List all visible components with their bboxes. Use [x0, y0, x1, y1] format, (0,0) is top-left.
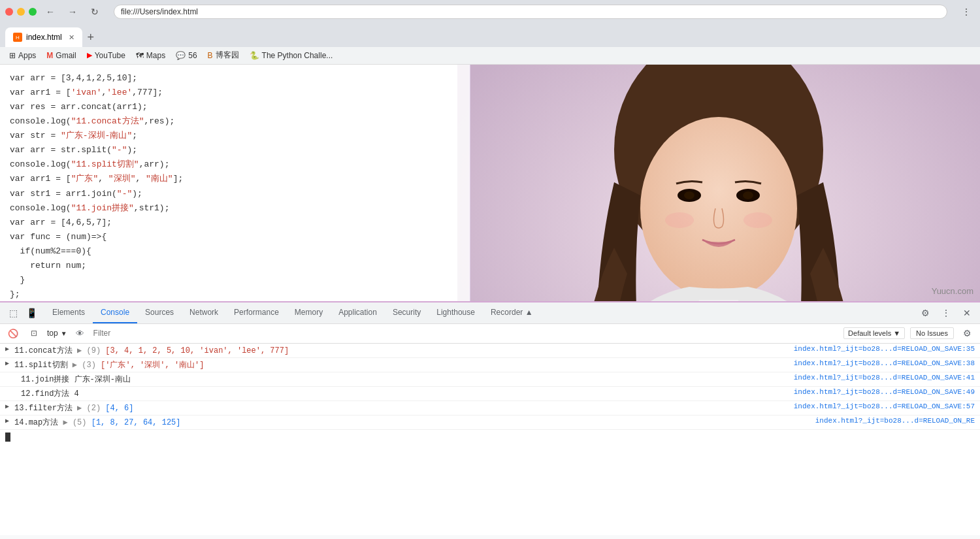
- bookmark-youtube[interactable]: ▶ YouTube: [83, 50, 129, 61]
- close-devtools-icon[interactable]: ✕: [959, 305, 975, 321]
- tab-sources[interactable]: Sources: [137, 302, 182, 323]
- console-row-content-4: 12.find方法 4: [21, 388, 794, 399]
- apps-label: Apps: [18, 51, 36, 60]
- row-prefix-2: 11.split切割: [14, 361, 73, 370]
- bookmark-messenger[interactable]: 💬 56: [172, 50, 201, 61]
- row-expand-caret-6[interactable]: ▶: [63, 418, 67, 427]
- tab-label: index.html: [26, 33, 62, 42]
- blog-icon: B: [208, 51, 213, 60]
- portrait-svg: [457, 65, 980, 301]
- devtools-panel: ⬚ 📱 Elements Console Sources Network Per…: [0, 301, 980, 539]
- no-issues-button[interactable]: No Issues: [910, 327, 954, 339]
- expand-icon-5[interactable]: ▶: [5, 402, 9, 410]
- expand-icon[interactable]: ▶: [5, 345, 9, 353]
- tab-network[interactable]: Network: [182, 302, 226, 323]
- console-filter-bar: 🚫 ⊡ top ▼ 👁 Default levels ▼ No Issues ⚙: [0, 324, 980, 344]
- address-text: file:///Users/index.html: [121, 7, 198, 16]
- apps-icon: ⊞: [9, 51, 16, 60]
- console-row-icons-5: ▶: [5, 402, 9, 410]
- chrome-top: ← → ↻ file:///Users/index.html ⋮ H index…: [0, 0, 980, 47]
- tab-security[interactable]: Security: [385, 302, 429, 323]
- top-context-selector[interactable]: top ▼: [47, 329, 67, 338]
- code-panel: var arr = [3,4,1,2,5,10]; var arr1 = ['i…: [0, 65, 470, 301]
- messenger-icon: 💬: [176, 51, 186, 60]
- bookmark-bar: ⊞ Apps M Gmail ▶ YouTube 🗺 Maps 💬 56 B 博…: [0, 47, 980, 65]
- clear-console-icon[interactable]: 🚫: [5, 325, 21, 341]
- row-values-2: ['广东', '深圳', '南山']: [101, 361, 204, 370]
- tab-bar: H index.html ✕ +: [0, 24, 980, 47]
- tab-console[interactable]: Console: [93, 302, 137, 323]
- tab-lighthouse[interactable]: Lighthouse: [429, 302, 483, 323]
- gmail-label: Gmail: [56, 51, 76, 60]
- console-row-join: 11.join拼接 广东-深圳-南山 index.html?_ijt=bo28.…: [0, 372, 980, 387]
- row-count-6: (5): [73, 418, 91, 427]
- console-row-content-3: 11.join拼接 广东-深圳-南山: [21, 374, 794, 385]
- bookmark-python[interactable]: 🐍 The Python Challe...: [246, 50, 337, 61]
- tab-memory[interactable]: Memory: [287, 302, 331, 323]
- console-row-content-5: 13.filter方法 ▶ (2) [4, 6]: [14, 402, 794, 414]
- bookmark-blog[interactable]: B 博客园: [204, 48, 243, 62]
- tab-performance[interactable]: Performance: [226, 302, 287, 323]
- tab-close-icon[interactable]: ✕: [69, 33, 74, 42]
- back-button[interactable]: ←: [42, 3, 59, 20]
- console-link-1[interactable]: index.html?_ijt=bo28...d=RELOAD_ON_SAVE:…: [794, 345, 975, 353]
- forward-button[interactable]: →: [64, 3, 81, 20]
- row-values: [3, 4, 1, 2, 5, 10, 'ivan', 'lee', 777]: [105, 346, 289, 355]
- window-controls: [5, 8, 37, 16]
- python-icon: 🐍: [250, 51, 259, 60]
- tab-favicon: H: [13, 33, 22, 42]
- watermark: Yuucn.com: [932, 286, 973, 296]
- row-count: (9): [86, 346, 105, 355]
- console-row-concat: ▶ 11.concat方法 ▶ (9) [3, 4, 1, 2, 5, 10, …: [0, 344, 980, 358]
- expand-icon-2[interactable]: ▶: [5, 359, 9, 367]
- python-label: The Python Challe...: [262, 51, 333, 60]
- expand-icon-6[interactable]: ▶: [5, 417, 9, 425]
- close-button[interactable]: [5, 8, 13, 16]
- row-expand-caret[interactable]: ▶: [77, 346, 82, 355]
- settings-icon[interactable]: ⚙: [917, 305, 933, 321]
- tab-application[interactable]: Application: [331, 302, 385, 323]
- browser-window: ← → ↻ file:///Users/index.html ⋮ H index…: [0, 0, 980, 539]
- maps-icon: 🗺: [136, 51, 144, 60]
- youtube-label: YouTube: [95, 51, 125, 60]
- console-link-5[interactable]: index.html?_ijt=bo28...d=RELOAD_ON_SAVE:…: [794, 402, 975, 410]
- filter-input[interactable]: [93, 329, 839, 338]
- default-levels-button[interactable]: Default levels ▼: [843, 327, 905, 339]
- console-link-4[interactable]: index.html?_ijt=bo28...d=RELOAD_ON_SAVE:…: [794, 388, 975, 396]
- maximize-button[interactable]: [29, 8, 37, 16]
- row-prefix-5: 13.filter方法: [14, 404, 77, 413]
- console-link-6[interactable]: index.html?_ijt=bo28...d=RELOAD_ON_RE: [815, 417, 975, 425]
- more-options-icon[interactable]: ⋮: [938, 305, 954, 321]
- row-count-2: (3): [82, 361, 101, 370]
- console-row-content-2: 11.split切割 ▶ (3) ['广东', '深圳', '南山']: [14, 359, 794, 370]
- console-cursor: [5, 433, 10, 442]
- bookmark-maps[interactable]: 🗺 Maps: [132, 50, 169, 61]
- row-values-5: [4, 6]: [105, 404, 133, 413]
- console-link-3[interactable]: index.html?_ijt=bo28...d=RELOAD_ON_SAVE:…: [794, 374, 975, 382]
- active-tab[interactable]: H index.html ✕: [5, 27, 82, 47]
- console-row-content: 11.concat方法 ▶ (9) [3, 4, 1, 2, 5, 10, 'i…: [14, 345, 794, 356]
- preserve-log-icon[interactable]: ⊡: [26, 325, 42, 341]
- extensions-button[interactable]: ⋮: [958, 3, 975, 20]
- minimize-button[interactable]: [17, 8, 25, 16]
- row-expand-caret-2[interactable]: ▶: [73, 361, 77, 370]
- console-link-2[interactable]: index.html?_ijt=bo28...d=RELOAD_ON_SAVE:…: [794, 359, 975, 367]
- row-prefix-6: 14.map方法: [14, 418, 63, 427]
- console-cursor-row[interactable]: [0, 430, 980, 444]
- device-toolbar-icon[interactable]: 📱: [24, 305, 39, 321]
- code-image-area: var arr = [3,4,1,2,5,10]; var arr1 = ['i…: [0, 65, 980, 301]
- row-expand-caret-5[interactable]: ▶: [77, 404, 82, 413]
- console-settings-icon[interactable]: ⚙: [959, 325, 975, 341]
- maps-label: Maps: [146, 51, 165, 60]
- new-tab-button[interactable]: +: [82, 29, 99, 46]
- inspect-element-icon[interactable]: ⬚: [5, 305, 21, 321]
- tab-elements[interactable]: Elements: [44, 302, 93, 323]
- address-bar[interactable]: file:///Users/index.html: [114, 5, 947, 19]
- console-row-icons-6: ▶: [5, 417, 9, 425]
- bookmark-gmail[interactable]: M Gmail: [42, 50, 80, 61]
- tab-recorder[interactable]: Recorder ▲: [483, 302, 541, 323]
- youtube-icon: ▶: [87, 51, 92, 59]
- bookmark-apps[interactable]: ⊞ Apps: [5, 50, 40, 61]
- show-console-sidebar-icon[interactable]: 👁: [73, 325, 88, 341]
- reload-button[interactable]: ↻: [86, 3, 103, 20]
